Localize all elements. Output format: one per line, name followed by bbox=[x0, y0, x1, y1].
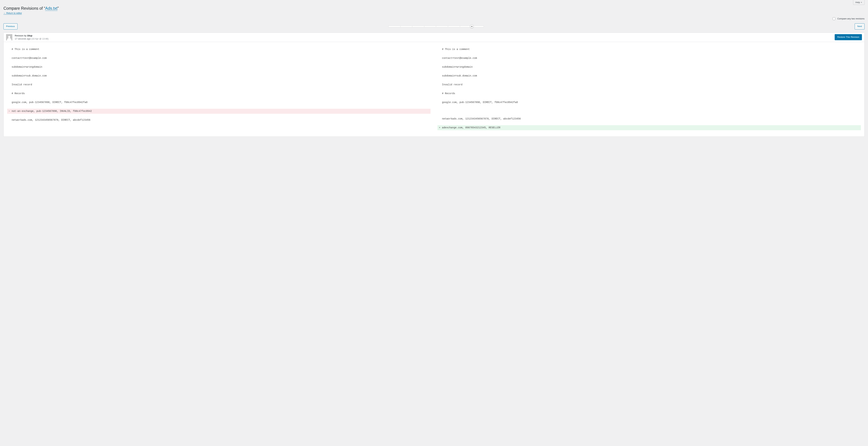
previous-button[interactable]: Previous bbox=[3, 24, 18, 30]
diff-line-added: adexchange.com, 09876543212345, RESELLER bbox=[437, 125, 861, 130]
next-button[interactable]: Next bbox=[855, 24, 865, 30]
compare-two-checkbox[interactable] bbox=[833, 18, 835, 20]
diff-line-removed: not-an-exchange, pub-1234567890, INVALID… bbox=[7, 109, 431, 114]
revision-meta-bar: Revision by 10up 17 seconds ago (10 Apr … bbox=[3, 33, 865, 42]
revision-time: 17 seconds ago (10 Apr @ 13:48) bbox=[15, 37, 49, 40]
diff-line: # This is a comment bbox=[437, 47, 861, 52]
revision-slider-track bbox=[389, 26, 484, 27]
diff-line: subdomain=wrongdomain bbox=[437, 65, 861, 70]
page-title-suffix: ” bbox=[58, 6, 59, 10]
diff-right-column: # This is a commentcontact=text@example.… bbox=[437, 47, 861, 130]
diff-line: contact=text@example.com bbox=[437, 56, 861, 61]
return-to-editor-link[interactable]: ← Return to editor bbox=[3, 12, 22, 14]
diff-line: networkads.com, 1212343456567878, DIRECT… bbox=[7, 117, 431, 123]
diff-line: Invalid record bbox=[437, 82, 861, 87]
revision-by-line: Revision by 10up bbox=[15, 34, 49, 37]
revision-author: 10up bbox=[27, 34, 32, 37]
help-tab-label: Help bbox=[855, 1, 860, 4]
diff-line: # Records bbox=[437, 91, 861, 96]
revision-slider-handle[interactable]: ◂▸ bbox=[470, 25, 474, 28]
chevron-down-icon: ▼ bbox=[861, 2, 862, 3]
diff-line: # Records bbox=[7, 91, 431, 96]
restore-revision-button[interactable]: Restore This Revision bbox=[835, 34, 862, 40]
diff-panel: # This is a commentcontact=text@example.… bbox=[3, 42, 865, 137]
revision-slider[interactable]: ◂▸ bbox=[389, 24, 484, 28]
page-title: Compare Revisions of “Ads.txt” bbox=[3, 6, 865, 11]
diff-line: # This is a comment bbox=[7, 47, 431, 52]
diff-line: subdomain=sub.domain.com bbox=[437, 73, 861, 78]
avatar bbox=[6, 34, 12, 40]
diff-line: networkads.com, 1212343456567878, DIRECT… bbox=[437, 116, 861, 122]
diff-line: subdomain=wrongdomain bbox=[7, 65, 431, 70]
diff-line: Invalid record bbox=[7, 82, 431, 87]
diff-line: contact=text@example.com bbox=[7, 56, 431, 61]
revision-by-prefix: Revision by bbox=[15, 34, 27, 37]
revision-time-abs: (10 Apr @ 13:48) bbox=[31, 37, 49, 40]
compare-two-label[interactable]: Compare any two revisions bbox=[837, 18, 865, 20]
diff-line: google.com, pub-1234567890, DIRECT, f08c… bbox=[437, 100, 861, 105]
diff-line: subdomain=sub.domain.com bbox=[7, 73, 431, 78]
diff-left-column: # This is a commentcontact=text@example.… bbox=[7, 47, 431, 130]
help-tab[interactable]: Help ▼ bbox=[853, 0, 865, 5]
page-title-prefix: Compare Revisions of “ bbox=[3, 6, 45, 10]
revision-time-rel: 17 seconds ago bbox=[15, 37, 31, 40]
drag-icon: ◂▸ bbox=[471, 26, 473, 27]
diff-line: google.com, pub-1234567890, DIRECT, f08c… bbox=[7, 100, 431, 105]
page-title-link[interactable]: Ads.txt bbox=[45, 6, 57, 11]
